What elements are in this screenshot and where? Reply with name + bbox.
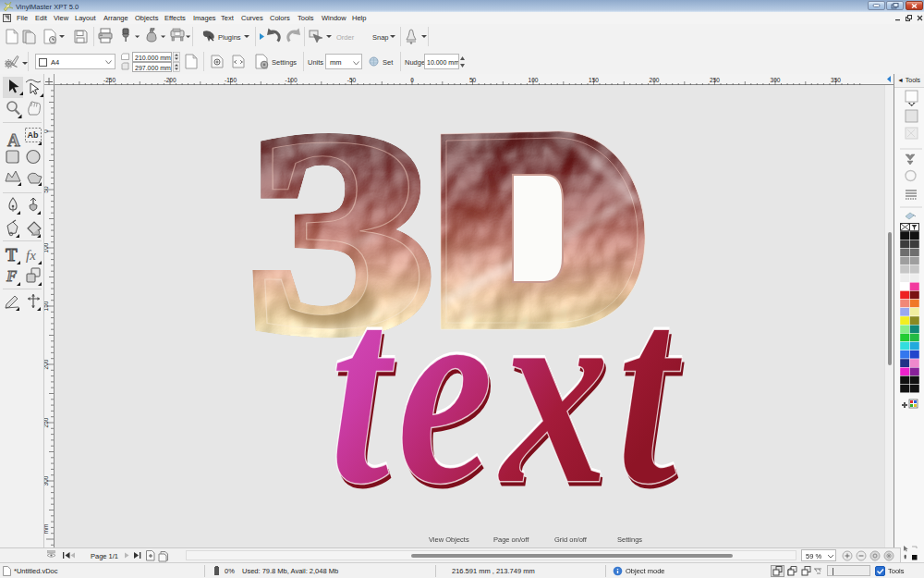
svg-text:fx: fx bbox=[26, 248, 36, 263]
svg-text:F: F bbox=[6, 267, 18, 285]
svg-text:50: 50 bbox=[469, 77, 477, 83]
svg-text:350: 350 bbox=[831, 77, 841, 83]
svg-text:-150: -150 bbox=[225, 77, 237, 83]
svg-text:300: 300 bbox=[44, 475, 49, 486]
svg-text:text: text bbox=[329, 241, 684, 540]
svg-text:Ab: Ab bbox=[28, 130, 39, 140]
svg-text:-50: -50 bbox=[347, 77, 357, 83]
svg-text:100: 100 bbox=[44, 242, 49, 252]
svg-text:-200: -200 bbox=[164, 77, 176, 83]
svg-text:200: 200 bbox=[650, 77, 660, 83]
svg-text:250: 250 bbox=[710, 77, 720, 83]
svg-text:150: 150 bbox=[589, 77, 599, 83]
svg-text:T: T bbox=[6, 245, 18, 264]
svg-text:0: 0 bbox=[44, 129, 49, 133]
svg-text:150: 150 bbox=[44, 301, 49, 311]
svg-text:200: 200 bbox=[44, 359, 49, 369]
svg-text:A: A bbox=[7, 130, 20, 150]
svg-text:50: 50 bbox=[44, 186, 49, 193]
svg-text:-250: -250 bbox=[103, 77, 116, 83]
svg-text:0: 0 bbox=[410, 77, 414, 83]
svg-text:100: 100 bbox=[529, 77, 539, 83]
svg-text:250: 250 bbox=[44, 417, 49, 427]
svg-text:Page 1/1: Page 1/1 bbox=[91, 552, 118, 560]
svg-text:300: 300 bbox=[771, 77, 781, 83]
svg-text:mm: mm bbox=[44, 524, 49, 535]
svg-text:-100: -100 bbox=[285, 77, 297, 83]
